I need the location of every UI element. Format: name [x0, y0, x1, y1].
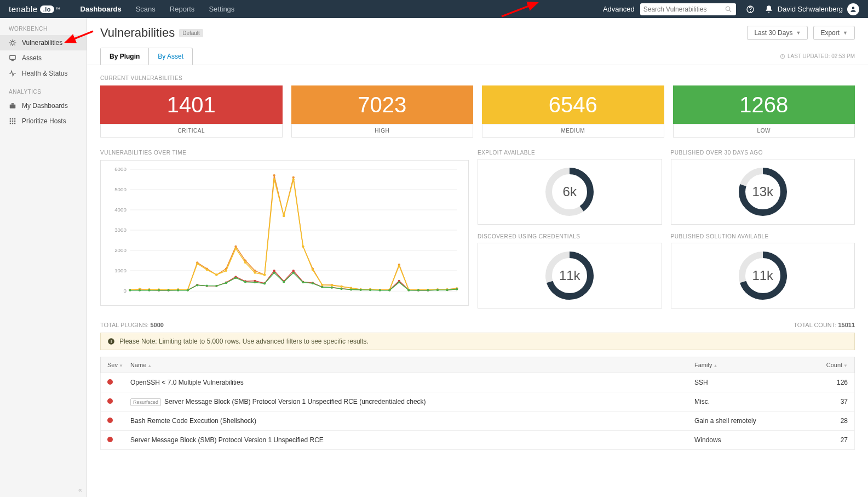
- svg-point-124: [312, 269, 314, 271]
- sidebar-item-dashboards[interactable]: My Dashboards: [0, 98, 87, 113]
- nav-settings[interactable]: Settings: [209, 5, 234, 13]
- grid-icon: [9, 117, 16, 125]
- donut-3[interactable]: PUBLISHED SOLUTION AVAILABLE11k: [671, 233, 855, 309]
- svg-rect-9: [10, 105, 16, 108]
- table-row[interactable]: ResurfacedServer Message Block (SMB) Pro…: [100, 392, 855, 412]
- table-row[interactable]: Server Message Block (SMB) Protocol Vers…: [100, 431, 855, 450]
- card-critical[interactable]: 1401CRITICAL: [100, 85, 283, 138]
- search-box[interactable]: [640, 3, 736, 15]
- page-title: Vulnerabilities: [100, 26, 175, 40]
- sidebar-collapse[interactable]: «: [78, 485, 82, 494]
- brand-logo[interactable]: tenable .io ™: [9, 4, 61, 14]
- svg-point-151: [234, 277, 237, 279]
- row-count: 126: [809, 379, 848, 386]
- user-avatar[interactable]: [847, 3, 859, 15]
- donut-title: DISCOVERED USING CREDENTIALS: [478, 233, 662, 239]
- donut-0[interactable]: EXPLOIT AVAILABLE6k: [478, 150, 662, 225]
- card-medium-value: 6546: [482, 85, 664, 124]
- export-dropdown[interactable]: Export▼: [813, 26, 855, 40]
- row-sev: [107, 379, 130, 386]
- sidebar-dash-label: My Dashboards: [22, 102, 68, 110]
- svg-point-81: [234, 245, 237, 248]
- svg-point-116: [234, 247, 237, 249]
- notice-text: Please Note: Limiting table to 5,000 row…: [119, 338, 369, 345]
- card-high[interactable]: 7023HIGH: [291, 85, 474, 138]
- tab-by-asset[interactable]: By Asset: [149, 48, 192, 65]
- svg-text:2000: 2000: [114, 248, 127, 253]
- donut-box: 11k: [671, 243, 855, 309]
- svg-point-52: [292, 270, 295, 272]
- donut-2[interactable]: DISCOVERED USING CREDENTIALS11k: [478, 233, 662, 309]
- table-body: OpenSSH < 7.0 Multiple VulnerabilitiesSS…: [87, 373, 868, 450]
- svg-point-115: [225, 270, 227, 272]
- help-icon[interactable]: [746, 5, 755, 14]
- svg-point-159: [312, 282, 314, 284]
- svg-point-125: [321, 284, 323, 286]
- svg-point-158: [302, 281, 304, 283]
- donut-box: 11k: [478, 243, 662, 309]
- svg-text:6000: 6000: [114, 167, 127, 172]
- nav-reports[interactable]: Reports: [170, 5, 195, 13]
- current-vuln-header: CURRENT VULNERABILITIES: [87, 65, 868, 85]
- svg-point-164: [359, 289, 361, 291]
- svg-point-133: [398, 265, 400, 267]
- svg-point-155: [273, 272, 275, 274]
- caret-down-icon: ▼: [843, 30, 848, 36]
- svg-point-160: [321, 286, 323, 288]
- svg-point-173: [446, 289, 448, 291]
- page-header: Vulnerabilities Default Last 30 Days▼ Ex…: [87, 18, 868, 48]
- vot-chart[interactable]: 0100020003000400050006000: [100, 160, 469, 306]
- svg-point-113: [206, 269, 208, 271]
- severity-dot-icon: [107, 398, 113, 404]
- search-input[interactable]: [643, 5, 725, 13]
- sidebar-item-prioritize[interactable]: Prioritize Hosts: [0, 113, 87, 129]
- sidebar-item-vulnerabilities[interactable]: Vulnerabilities: [0, 35, 87, 50]
- svg-point-123: [302, 245, 304, 248]
- table-row[interactable]: OpenSSH < 7.0 Multiple VulnerabilitiesSS…: [100, 373, 855, 392]
- card-medium[interactable]: 6546MEDIUM: [482, 85, 664, 138]
- donut-title: EXPLOIT AVAILABLE: [478, 150, 662, 156]
- svg-point-4: [852, 7, 855, 9]
- total-count: TOTAL COUNT: 15011: [794, 322, 855, 328]
- top-nav: Dashboards Scans Reports Settings: [81, 5, 235, 13]
- svg-text:1000: 1000: [114, 268, 127, 273]
- sidebar-workbench-header: WORKBENCH: [0, 18, 87, 35]
- row-name: ResurfacedServer Message Block (SMB) Pro…: [130, 398, 694, 405]
- svg-point-142: [148, 289, 150, 292]
- svg-point-150: [225, 282, 227, 284]
- nav-scans[interactable]: Scans: [136, 5, 156, 13]
- svg-point-0: [726, 7, 730, 10]
- sidebar-item-health[interactable]: Health & Status: [0, 66, 87, 81]
- svg-rect-12: [12, 118, 13, 119]
- th-name[interactable]: Name▲: [130, 362, 694, 368]
- main: WORKBENCH Vulnerabilities Assets Health …: [0, 18, 868, 497]
- nav-dashboards[interactable]: Dashboards: [81, 5, 122, 13]
- date-range-dropdown[interactable]: Last 30 Days▼: [747, 26, 808, 40]
- donut-box: 13k: [671, 159, 855, 225]
- row-count: 28: [809, 417, 848, 425]
- brand-text: tenable: [9, 4, 38, 14]
- sidebar-health-label: Health & Status: [22, 70, 67, 77]
- tab-by-plugin[interactable]: By Plugin: [101, 48, 149, 65]
- card-low[interactable]: 1268LOW: [673, 85, 855, 138]
- sidebar-item-assets[interactable]: Assets: [0, 50, 87, 66]
- th-count[interactable]: Count▼: [809, 362, 848, 368]
- th-family[interactable]: Family▲: [694, 362, 809, 368]
- bell-icon[interactable]: [764, 5, 773, 14]
- caret-down-icon: ▼: [796, 30, 801, 36]
- donut-1[interactable]: PUBLISHED OVER 30 DAYS AGO13k: [671, 150, 855, 225]
- user-name[interactable]: David Schwalenberg: [778, 5, 843, 13]
- svg-rect-17: [10, 123, 11, 124]
- svg-point-141: [139, 289, 141, 292]
- table-row[interactable]: Bash Remote Code Execution (Shellshock)G…: [100, 412, 855, 431]
- svg-point-5: [11, 41, 14, 44]
- svg-point-172: [436, 289, 439, 291]
- advanced-search-link[interactable]: Advanced: [603, 5, 635, 13]
- info-icon: !: [107, 338, 115, 345]
- severity-dot-icon: [107, 437, 113, 442]
- svg-point-114: [215, 274, 217, 276]
- donut-box: 6k: [478, 159, 662, 225]
- svg-point-157: [292, 272, 295, 274]
- row-sev: [107, 436, 130, 444]
- th-sev[interactable]: Sev▼: [107, 362, 130, 368]
